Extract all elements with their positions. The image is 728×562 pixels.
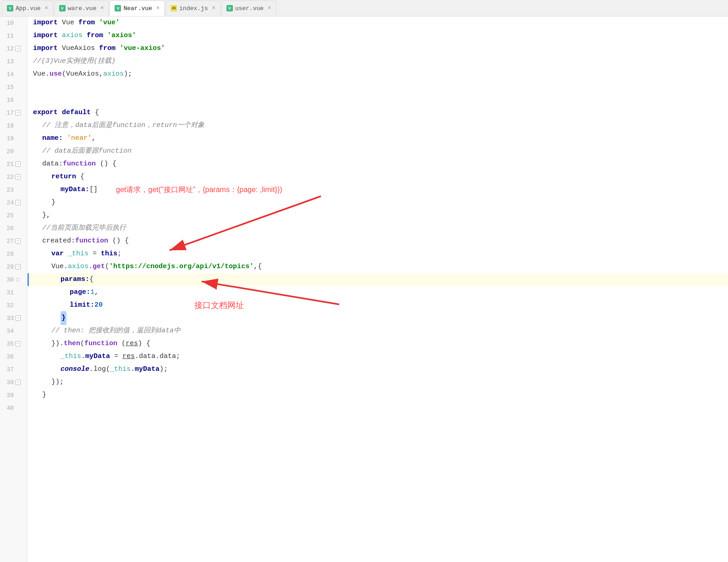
line-num-20: 20 (0, 148, 14, 155)
tab-ware-vue[interactable]: V ware.vue × (54, 0, 109, 16)
fold-22[interactable]: − (14, 174, 22, 180)
fold-35[interactable]: − (14, 341, 22, 347)
fold-21[interactable]: − (14, 161, 22, 167)
tab-bar: V App.vue × V ware.vue × V Near.vue × JS… (0, 0, 728, 17)
vue-icon-2: V (59, 5, 66, 11)
vue-icon: V (7, 5, 13, 11)
code-line-17: export default { (28, 106, 728, 119)
code-content[interactable]: import Vue from 'vue' import axios from … (28, 17, 728, 562)
line-num-23: 23 (0, 187, 14, 193)
code-line-29: Vue.axios.get('https://cnodejs.org/api/v… (28, 260, 728, 273)
tab-user-vue[interactable]: V user.vue × (221, 0, 276, 16)
tab-app-vue[interactable]: V App.vue × (2, 0, 53, 16)
code-line-36: _this.myData = res.data.data; (28, 350, 728, 363)
line-num-30: 30 (0, 276, 14, 283)
gutter: 10 11 12− 13 14 15 16 17− 18 19 20 21− 2… (0, 17, 28, 562)
line-num-17: 17 (0, 110, 14, 116)
fold-38[interactable]: − (14, 380, 22, 385)
code-line-27: created:function () { (28, 235, 728, 248)
code-line-14: Vue.use(VueAxios,axios); (28, 68, 728, 81)
line-num-22: 22 (0, 174, 14, 181)
fold-17[interactable]: − (14, 110, 22, 116)
code-line-31: page:1, (28, 286, 728, 299)
line-num-38: 38 (0, 379, 14, 386)
line-num-32: 32 (0, 302, 14, 309)
line-num-28: 28 (0, 251, 14, 258)
line-num-31: 31 (0, 289, 14, 296)
fold-27[interactable]: − (14, 238, 22, 244)
line-num-35: 35 (0, 341, 14, 347)
tab-user-vue-close[interactable]: × (268, 5, 271, 11)
code-line-37: console.log(_this.myData); (28, 363, 728, 376)
line-num-14: 14 (0, 71, 14, 78)
code-line-34: // then: 把接收到的值，返回到data中 (28, 325, 728, 337)
code-line-11: import axios from 'axios' (28, 29, 728, 42)
kw-import-10: import (33, 17, 58, 29)
code-line-10: import Vue from 'vue' (28, 17, 728, 29)
line-num-11: 11 (0, 33, 14, 39)
code-line-20: // data后面要跟function (28, 145, 728, 158)
fold-12[interactable]: − (14, 46, 22, 51)
line-num-37: 37 (0, 366, 14, 373)
line-num-13: 13 (0, 58, 14, 65)
code-line-18: // 注意，data后面是function，return一个对象 (28, 119, 728, 132)
code-line-21: data:function () { (28, 158, 728, 171)
code-editor: 10 11 12− 13 14 15 16 17− 18 19 20 21− 2… (0, 17, 728, 562)
line-num-36: 36 (0, 353, 14, 360)
fold-30[interactable] (14, 278, 22, 281)
code-line-28: var _this = this; (28, 248, 728, 260)
code-line-39: } (28, 389, 728, 402)
line-num-33: 33 (0, 315, 14, 322)
code-line-30: params:{ (28, 273, 728, 286)
vue-icon-4: V (226, 5, 233, 11)
line-num-24: 24 (0, 199, 14, 206)
code-line-12: import VueAxios from 'vue-axios' (28, 42, 728, 55)
annotation-get-request: get请求，get("接口网址"，{params：{page: ,limit}}… (98, 183, 282, 196)
code-line-16 (28, 94, 728, 106)
line-num-34: 34 (0, 328, 14, 335)
tab-index-js-label: index.js (179, 5, 208, 12)
code-line-23: myData:[] get请求，get("接口网址"，{params：{page… (28, 183, 728, 196)
code-line-25: }, (28, 209, 728, 222)
vue-icon-3: V (115, 5, 121, 11)
js-icon: JS (171, 5, 177, 11)
annotation-api-doc: 接口文档网址 (103, 299, 244, 312)
code-line-24: } (28, 196, 728, 209)
tab-index-js[interactable]: JS index.js × (165, 0, 221, 16)
code-line-22: return { (28, 171, 728, 183)
code-line-13: //(3)Vue实例使用(挂载) (28, 55, 728, 68)
line-num-10: 10 (0, 20, 14, 27)
line-num-25: 25 (0, 212, 14, 219)
tab-index-js-close[interactable]: × (212, 5, 215, 11)
code-line-40 (28, 402, 728, 414)
line-num-15: 15 (0, 84, 14, 91)
code-line-35: }).then(function (res) { (28, 337, 728, 350)
line-num-18: 18 (0, 122, 14, 129)
code-line-33: } (28, 312, 728, 325)
tab-ware-vue-close[interactable]: × (100, 5, 104, 11)
tab-app-vue-label: App.vue (16, 5, 41, 12)
fold-24[interactable]: − (14, 200, 22, 205)
line-num-26: 26 (0, 225, 14, 232)
fold-33[interactable]: − (14, 315, 22, 321)
code-line-19: name: 'near', (28, 132, 728, 145)
tab-ware-vue-label: ware.vue (68, 5, 96, 12)
line-num-27: 27 (0, 238, 14, 245)
line-num-12: 12 (0, 45, 14, 52)
tab-near-vue-close[interactable]: × (156, 5, 160, 11)
code-line-26: //当前页面加载完毕后执行 (28, 222, 728, 235)
tab-near-vue-label: Near.vue (123, 5, 152, 12)
line-num-16: 16 (0, 97, 14, 104)
line-num-29: 29 (0, 264, 14, 270)
line-num-21: 21 (0, 161, 14, 168)
line-num-39: 39 (0, 392, 14, 399)
code-line-15 (28, 81, 728, 94)
tab-near-vue[interactable]: V Near.vue × (110, 0, 165, 16)
tab-user-vue-label: user.vue (235, 5, 264, 12)
line-num-40: 40 (0, 405, 14, 412)
fold-29[interactable]: − (14, 264, 22, 270)
line-num-19: 19 (0, 135, 14, 142)
code-line-32: limit:20 接口文档网址 (28, 299, 728, 312)
code-line-38: }); (28, 376, 728, 389)
tab-app-vue-close[interactable]: × (45, 5, 48, 11)
